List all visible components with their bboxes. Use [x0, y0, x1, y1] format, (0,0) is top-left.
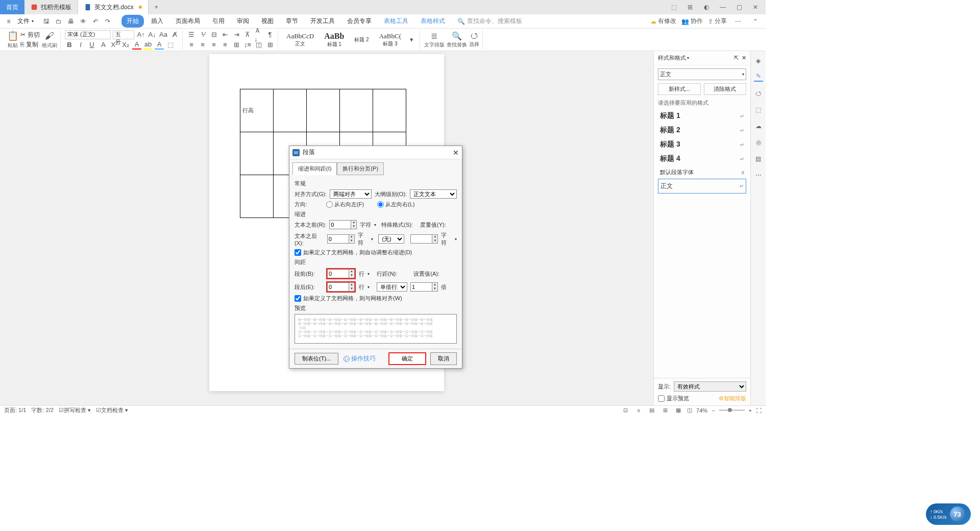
show-select[interactable]: 有效样式: [674, 381, 746, 392]
highlight-icon[interactable]: ab: [143, 40, 153, 50]
view-mode5-icon[interactable]: ▦: [674, 406, 683, 415]
layout-icon[interactable]: ⬚: [668, 2, 680, 12]
new-style-button[interactable]: 新样式...: [658, 83, 701, 95]
line-spacing-select[interactable]: 单倍行距: [377, 282, 407, 292]
user-icon[interactable]: ◐: [700, 2, 713, 12]
cut-button[interactable]: ✂剪切: [20, 31, 40, 39]
dialog-tab-indent[interactable]: 缩进和间距(I): [292, 162, 337, 175]
style-item-h3[interactable]: 标题 3↵: [658, 137, 746, 152]
measure-spinner[interactable]: ▲▼: [410, 234, 438, 244]
tabstop-button[interactable]: 制表位(T)...: [295, 353, 338, 365]
dialog-close-button[interactable]: ✕: [453, 149, 459, 157]
view-mode4-icon[interactable]: ⊞: [660, 406, 670, 415]
before-text-spinner[interactable]: ▲▼: [329, 220, 357, 229]
preview-icon[interactable]: 👁: [79, 17, 88, 26]
tab-devtools[interactable]: 开发工具: [305, 15, 340, 28]
ok-button[interactable]: 确定: [388, 352, 426, 365]
rt-cloud-icon[interactable]: ☁: [754, 122, 763, 131]
tips-link[interactable]: ▷操作技巧: [344, 354, 376, 363]
share-button[interactable]: ⇪分享: [708, 17, 727, 26]
tab-stop-icon[interactable]: ⊼: [243, 30, 252, 39]
italic-icon[interactable]: I: [76, 40, 85, 50]
cancel-button[interactable]: 取消: [430, 352, 457, 365]
auto-indent-check[interactable]: 如果定义了文档网格，则自动调整右缩进(D): [295, 249, 457, 256]
align-select[interactable]: 两端对齐: [330, 189, 372, 199]
underline-icon[interactable]: U: [87, 40, 96, 50]
collapse-icon[interactable]: ⌃: [749, 16, 762, 27]
select-button[interactable]: ⭯选择: [469, 31, 479, 48]
pin-icon[interactable]: ⇱: [734, 55, 739, 61]
style-item-h4[interactable]: 标题 4↵: [658, 152, 746, 166]
dialog-titlebar[interactable]: W 段落 ✕: [289, 146, 462, 159]
fullscreen-icon[interactable]: ⛶: [756, 407, 762, 414]
table-cell[interactable]: 行高: [240, 89, 274, 132]
font-size-select[interactable]: 五号: [113, 30, 134, 39]
multilevel-icon[interactable]: ⊟: [209, 30, 218, 39]
bold-icon[interactable]: B: [65, 40, 74, 50]
tab-review[interactable]: 审阅: [232, 15, 254, 28]
clear-format-icon[interactable]: A̸: [170, 30, 179, 39]
page-count[interactable]: 页面: 1/1: [4, 406, 26, 414]
style-h2[interactable]: 标题 2: [350, 35, 373, 44]
align-center-icon[interactable]: ≡: [198, 40, 207, 50]
rt-cursor-icon[interactable]: ⭯: [754, 89, 763, 98]
bullets-icon[interactable]: ☰: [187, 30, 196, 39]
paste-button[interactable]: 📋粘贴: [7, 30, 18, 49]
file-menu[interactable]: 文件▾: [14, 17, 37, 26]
clear-format-button[interactable]: 清除格式: [704, 83, 747, 95]
sort-icon[interactable]: Ａ↓: [254, 30, 263, 39]
copy-button[interactable]: ⎘复制: [20, 40, 40, 49]
current-style-select[interactable]: 正文▾: [658, 68, 746, 80]
coop-button[interactable]: 👥协作: [681, 17, 703, 26]
close-button[interactable]: ✕: [749, 2, 762, 12]
style-more-icon[interactable]: ▾: [407, 35, 416, 44]
style-h3[interactable]: AaBbC(标题 3: [375, 31, 405, 49]
more-icon[interactable]: ⋯: [732, 16, 744, 27]
dir-ltr-radio[interactable]: 从左向右(L): [377, 201, 414, 208]
outline-select[interactable]: 正文文本: [410, 189, 457, 199]
tab-insert[interactable]: 插入: [146, 15, 168, 28]
view-mode2-icon[interactable]: ≡: [634, 406, 643, 415]
style-body[interactable]: AaBbCcD正文: [282, 31, 318, 49]
grow-font-icon[interactable]: A↑: [136, 30, 145, 39]
rt-pencil-icon[interactable]: ✎: [754, 73, 763, 82]
align-right-icon[interactable]: ≡: [209, 40, 218, 50]
view-mode1-icon[interactable]: ⊡: [621, 406, 630, 415]
zoom-out-icon[interactable]: −: [712, 407, 715, 414]
change-case-icon[interactable]: Aa: [159, 30, 168, 39]
rt-more-icon[interactable]: ⋯: [754, 171, 763, 180]
char-border-icon[interactable]: ⬚: [166, 40, 175, 50]
special-select[interactable]: (无): [378, 234, 404, 244]
tab-layout[interactable]: 页面布局: [170, 15, 205, 28]
borders-icon[interactable]: ⊞: [265, 40, 275, 50]
style-item-body[interactable]: 正文↵: [658, 179, 746, 194]
line-spacing-icon[interactable]: ↕≡: [243, 40, 252, 50]
zoom-level[interactable]: 74%: [696, 407, 707, 414]
panel-close-icon[interactable]: ✕: [742, 55, 746, 61]
font-color-icon[interactable]: A: [132, 40, 141, 50]
zoom-fit-icon[interactable]: ◫: [687, 407, 692, 414]
subscript-icon[interactable]: X₂: [121, 40, 130, 50]
grid-align-check[interactable]: 如果定义了文档网格，则与网格对齐(W): [295, 295, 457, 302]
find-replace-button[interactable]: 🔍查找替换: [447, 31, 467, 49]
tab-reference[interactable]: 引用: [207, 15, 230, 28]
shrink-font-icon[interactable]: A↓: [148, 30, 157, 39]
tab-table-tools[interactable]: 表格工具: [379, 15, 413, 28]
tab-home[interactable]: 首页: [0, 0, 24, 14]
font-name-select[interactable]: 宋体 (正文): [65, 30, 111, 39]
rt-location-icon[interactable]: ◎: [754, 138, 763, 147]
tab-document[interactable]: 英文文档.docx: [78, 0, 149, 14]
style-item-h2[interactable]: 标题 2↵: [658, 123, 746, 137]
dir-rtl-radio[interactable]: 从右向左(F): [326, 201, 364, 208]
rt-select-icon[interactable]: ⬚: [754, 105, 763, 114]
has-changes[interactable]: ☁有修改: [650, 17, 676, 26]
shading-icon[interactable]: ◫: [254, 40, 263, 50]
after-text-spinner[interactable]: ▲▼: [327, 234, 355, 244]
tab-templates[interactable]: 找稻壳模板: [24, 0, 78, 14]
minimize-button[interactable]: —: [717, 2, 729, 12]
smart-layout-link[interactable]: ⚙智能排版: [719, 395, 746, 402]
text-layout-button[interactable]: ≣文字排版: [424, 31, 445, 49]
decrease-indent-icon[interactable]: ⇤: [220, 30, 230, 39]
print-icon[interactable]: 🖶: [66, 17, 76, 26]
tab-start[interactable]: 开始: [121, 15, 144, 28]
